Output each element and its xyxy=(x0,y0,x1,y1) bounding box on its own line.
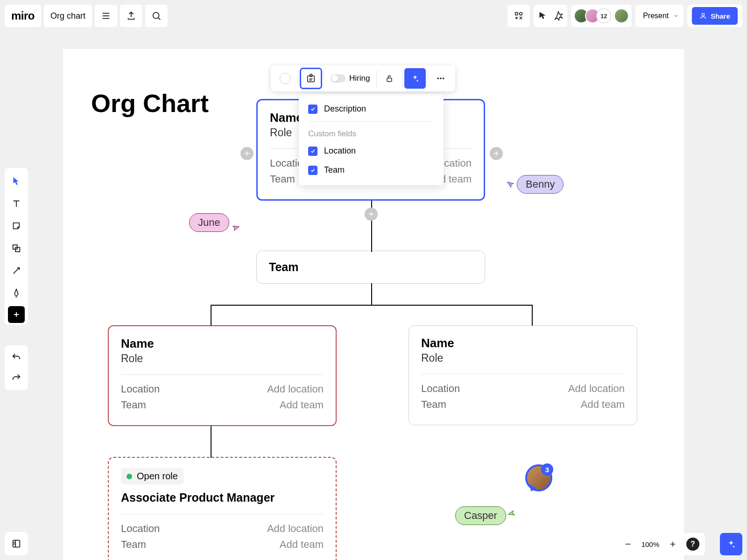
text-tool[interactable] xyxy=(7,192,26,215)
avatar-overflow-count[interactable]: 12 xyxy=(596,8,611,23)
select-tool[interactable] xyxy=(7,170,26,192)
zoom-out-button[interactable] xyxy=(619,535,637,553)
ai-fab-button[interactable] xyxy=(720,533,742,555)
connector-tool[interactable] xyxy=(7,259,26,282)
zoom-in-button[interactable] xyxy=(664,535,682,553)
board-title[interactable]: Org chart xyxy=(44,5,92,27)
card-location-label: Location xyxy=(121,523,160,535)
cursor-label: Casper xyxy=(455,506,506,525)
cursor-pointer-icon xyxy=(229,222,241,234)
left-toolbar xyxy=(5,168,28,325)
canvas[interactable]: Org Chart Hiring Description xyxy=(63,49,684,560)
svg-point-7 xyxy=(702,14,705,16)
lock-button[interactable] xyxy=(379,68,400,89)
page-title: Org Chart xyxy=(91,89,209,118)
hiring-label: Hiring xyxy=(349,74,370,83)
dropdown-item-location[interactable]: Location xyxy=(299,141,444,161)
collaborator-cursor-june: June xyxy=(189,213,240,232)
card-location-label: Location xyxy=(121,383,160,395)
shape-tool[interactable] xyxy=(7,237,26,259)
card-name[interactable]: Name xyxy=(421,336,625,350)
dropdown-label: Location xyxy=(324,146,356,156)
zoom-level[interactable]: 100% xyxy=(639,540,662,548)
main-menu-button[interactable] xyxy=(95,5,117,27)
toggle-switch[interactable] xyxy=(331,74,345,83)
card-role[interactable]: Role xyxy=(421,352,625,364)
dropdown-section-header: Custom fields xyxy=(299,125,444,141)
add-more-tool[interactable] xyxy=(8,306,25,323)
card-location-value[interactable]: Add location xyxy=(568,383,625,395)
collaborator-cursor-benny: Benny xyxy=(507,175,564,194)
status-dot-icon xyxy=(127,474,132,479)
card-name[interactable]: Name xyxy=(121,336,324,351)
zoom-controls: 100% ? xyxy=(616,533,705,555)
ai-assist-button[interactable] xyxy=(404,68,426,89)
reactions-button[interactable] xyxy=(553,11,564,21)
svg-point-6 xyxy=(520,12,522,15)
card-team-value[interactable]: Add team xyxy=(280,539,324,551)
collaborator-cursor-casper: Casper xyxy=(455,506,516,525)
fields-dropdown: Description Custom fields Location Team xyxy=(299,94,444,185)
collaborator-video-bubble[interactable]: 3 xyxy=(525,464,552,491)
present-button[interactable]: Present xyxy=(635,5,684,27)
card-fields-button[interactable] xyxy=(300,68,322,89)
add-left-handle[interactable]: + xyxy=(240,147,254,160)
share-button[interactable]: Share xyxy=(692,7,738,25)
open-role-badge: Open role xyxy=(121,468,183,484)
svg-point-3 xyxy=(153,13,159,19)
svg-point-19 xyxy=(437,77,439,79)
export-button[interactable] xyxy=(120,5,142,27)
help-button[interactable]: ? xyxy=(686,538,699,551)
add-bottom-handle[interactable]: + xyxy=(365,208,378,221)
card-team-value[interactable]: Add team xyxy=(581,399,625,411)
card-location-value[interactable]: Add location xyxy=(267,383,324,395)
dropdown-label: Team xyxy=(324,165,345,175)
svg-point-15 xyxy=(310,74,312,77)
svg-point-13 xyxy=(14,544,14,544)
cursor-pointer-icon xyxy=(506,180,516,189)
more-options-button[interactable] xyxy=(430,68,451,89)
apps-button[interactable] xyxy=(507,5,530,27)
pen-tool[interactable] xyxy=(7,282,26,304)
card-role[interactable]: Role xyxy=(121,352,324,365)
svg-point-21 xyxy=(443,77,444,79)
card-team-value[interactable]: d team xyxy=(440,173,472,185)
dropdown-item-team[interactable]: Team xyxy=(299,161,444,180)
card-team-label: Team xyxy=(421,399,446,411)
dropdown-label: Description xyxy=(324,104,366,114)
svg-point-20 xyxy=(440,77,442,79)
checkbox-checked-icon xyxy=(308,147,317,156)
collaborator-avatars[interactable]: 12 xyxy=(571,5,632,27)
avatar-self[interactable] xyxy=(614,8,629,23)
cursor-tool-icon[interactable] xyxy=(537,11,548,21)
org-card-team[interactable]: Team xyxy=(256,251,485,284)
card-team-value[interactable]: Add team xyxy=(280,399,324,411)
present-label: Present xyxy=(643,12,669,20)
logo[interactable]: miro xyxy=(5,5,41,27)
card-context-toolbar: Hiring xyxy=(271,65,455,91)
cursor-label: Benny xyxy=(517,175,564,194)
card-location-value[interactable]: Add location xyxy=(267,523,324,535)
add-right-handle[interactable]: + xyxy=(490,147,503,160)
video-bubble-count: 3 xyxy=(541,463,553,476)
sticky-note-tool[interactable] xyxy=(7,215,26,237)
svg-rect-18 xyxy=(387,78,392,82)
dropdown-item-description[interactable]: Description xyxy=(299,99,444,119)
panel-toggle-button[interactable] xyxy=(5,532,28,555)
hiring-toggle[interactable]: Hiring xyxy=(326,68,374,89)
org-card-right[interactable]: Name Role Location Add location Team Add… xyxy=(409,325,637,425)
org-card-open-role[interactable]: Open role Associate Product Manager Loca… xyxy=(108,457,337,560)
svg-rect-5 xyxy=(515,13,518,15)
search-button[interactable] xyxy=(145,5,168,27)
undo-button[interactable] xyxy=(7,347,26,368)
card-color-picker[interactable] xyxy=(275,68,296,89)
person-add-icon xyxy=(699,12,707,20)
card-location-label: Location xyxy=(421,383,460,395)
redo-button[interactable] xyxy=(7,368,26,388)
share-label: Share xyxy=(711,12,730,20)
card-team-title[interactable]: Team xyxy=(269,260,472,274)
card-job-title[interactable]: Associate Product Manager xyxy=(121,491,324,504)
card-team-label: Team xyxy=(121,399,146,411)
card-team-label: Team xyxy=(270,173,295,185)
org-card-left[interactable]: Name Role Location Add location Team Add… xyxy=(108,325,337,426)
